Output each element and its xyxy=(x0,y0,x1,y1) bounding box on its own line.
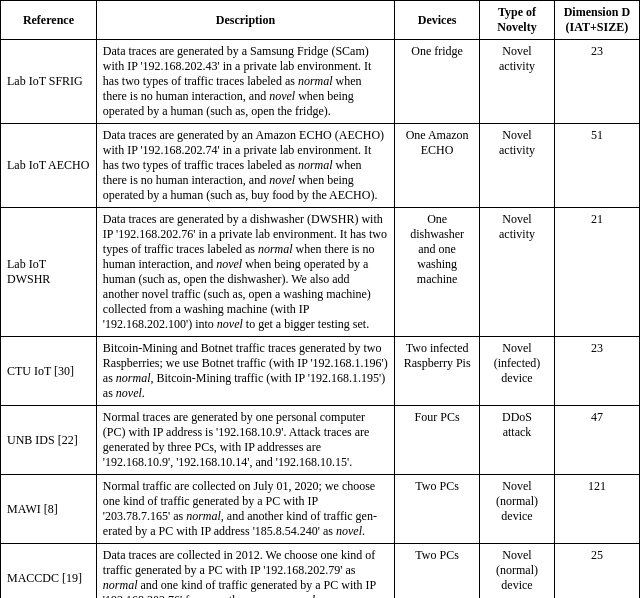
cell-devices: One fridge xyxy=(395,40,480,124)
cell-description: Data traces are generated by a Samsung F… xyxy=(96,40,394,124)
cell-novelty: DDoS attack xyxy=(480,406,555,475)
header-reference: Reference xyxy=(1,1,97,40)
cell-dimension: 25 xyxy=(554,544,639,599)
cell-novelty: Novel activity xyxy=(480,208,555,337)
table-row: MAWI [8]Normal traffic are collected on … xyxy=(1,475,640,544)
cell-novelty: Novel (normal) device xyxy=(480,475,555,544)
cell-novelty: Novel (normal) device xyxy=(480,544,555,599)
table-row: Lab IoT DWSHRData traces are generated b… xyxy=(1,208,640,337)
table-row: UNB IDS [22]Normal traces are generated … xyxy=(1,406,640,475)
header-dimension: Dimension D (IAT+SIZE) xyxy=(554,1,639,40)
header-novelty: Type of Novelty xyxy=(480,1,555,40)
cell-description: Data traces are generated by a dishwashe… xyxy=(96,208,394,337)
cell-dimension: 23 xyxy=(554,337,639,406)
cell-devices: One Amazon ECHO xyxy=(395,124,480,208)
cell-reference: MAWI [8] xyxy=(1,475,97,544)
cell-dimension: 23 xyxy=(554,40,639,124)
header-description: Description xyxy=(96,1,394,40)
cell-dimension: 121 xyxy=(554,475,639,544)
cell-novelty: Novel (infected) device xyxy=(480,337,555,406)
cell-dimension: 21 xyxy=(554,208,639,337)
cell-devices: One dishwasher and one washing machine xyxy=(395,208,480,337)
cell-reference: MACCDC [19] xyxy=(1,544,97,599)
cell-devices: Two PCs xyxy=(395,544,480,599)
cell-description: Data traces are collected in 2012. We ch… xyxy=(96,544,394,599)
table-row: Lab IoT SFRIGData traces are generated b… xyxy=(1,40,640,124)
cell-dimension: 47 xyxy=(554,406,639,475)
cell-reference: Lab IoT AECHO xyxy=(1,124,97,208)
cell-reference: UNB IDS [22] xyxy=(1,406,97,475)
table-row: MACCDC [19]Data traces are collected in … xyxy=(1,544,640,599)
cell-description: Normal traces are generated by one perso… xyxy=(96,406,394,475)
cell-reference: Lab IoT DWSHR xyxy=(1,208,97,337)
cell-reference: CTU IoT [30] xyxy=(1,337,97,406)
cell-description: Bitcoin-Mining and Botnet traffic traces… xyxy=(96,337,394,406)
table-row: CTU IoT [30]Bitcoin-Mining and Botnet tr… xyxy=(1,337,640,406)
cell-devices: Two infected Raspberry Pis xyxy=(395,337,480,406)
table-row: Lab IoT AECHOData traces are generated b… xyxy=(1,124,640,208)
header-devices: Devices xyxy=(395,1,480,40)
cell-description: Normal traffic are collected on July 01,… xyxy=(96,475,394,544)
cell-novelty: Novel activity xyxy=(480,40,555,124)
cell-reference: Lab IoT SFRIG xyxy=(1,40,97,124)
cell-devices: Four PCs xyxy=(395,406,480,475)
main-table: Reference Description Devices Type of No… xyxy=(0,0,640,598)
cell-description: Data traces are generated by an Amazon E… xyxy=(96,124,394,208)
cell-dimension: 51 xyxy=(554,124,639,208)
cell-novelty: Novel activity xyxy=(480,124,555,208)
cell-devices: Two PCs xyxy=(395,475,480,544)
